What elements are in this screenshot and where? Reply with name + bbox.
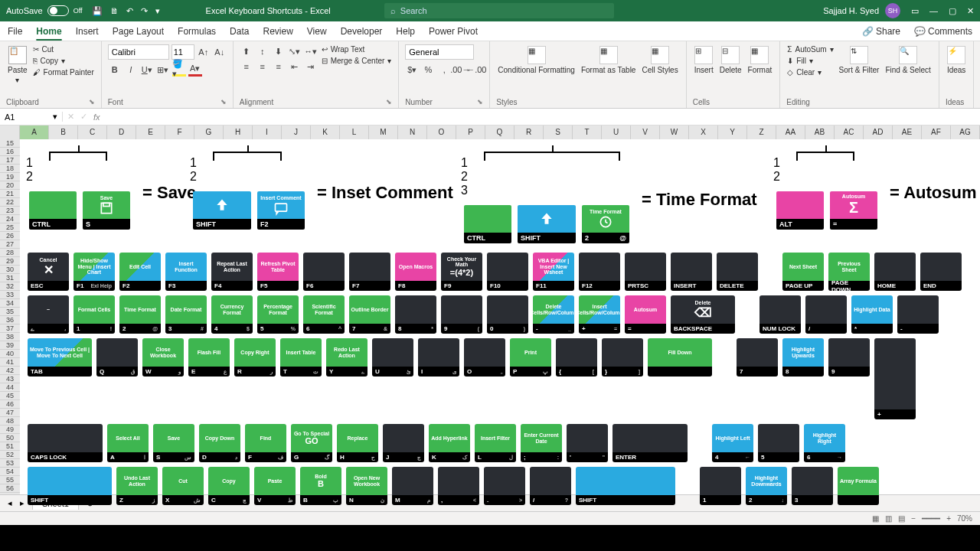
underline-button[interactable]: U▾: [140, 63, 154, 77]
worksheet[interactable]: 1 2 CTRL SaveS = Save 1 2 SHIFT Insert C…: [20, 139, 980, 494]
align-right-icon[interactable]: ≡: [272, 60, 286, 73]
key-s: SaveS: [83, 191, 130, 230]
tab-data[interactable]: Data: [230, 26, 249, 37]
decrease-font-icon[interactable]: A↓: [213, 45, 227, 59]
ribbon-mode-icon[interactable]: ▭: [911, 6, 919, 16]
inc-decimal-icon[interactable]: .00→: [453, 63, 467, 77]
qat-dropdown-icon[interactable]: ▾: [155, 6, 160, 16]
copy-button[interactable]: ⎘ Copy ▾: [32, 56, 95, 66]
delete-cells-button[interactable]: ⊟Delete: [718, 44, 743, 76]
sheet-nav-next-icon[interactable]: ▸: [20, 498, 24, 508]
minimize-icon[interactable]: —: [929, 6, 938, 16]
indent-inc-icon[interactable]: ⇥: [304, 60, 318, 73]
merge-center-button[interactable]: ⊟ Merge & Center ▾: [321, 56, 393, 66]
tab-help[interactable]: Help: [396, 26, 415, 37]
time-label: = Time Format: [642, 190, 757, 210]
fx-icon[interactable]: fx: [93, 112, 100, 122]
currency-icon[interactable]: $▾: [405, 63, 419, 77]
clipboard-dialog-icon[interactable]: ⬊: [89, 98, 95, 106]
bold-button[interactable]: B: [108, 63, 122, 77]
autosave-icon[interactable]: 🗎: [110, 6, 119, 16]
zoom-out-icon[interactable]: −: [911, 514, 916, 523]
tab-page-layout[interactable]: Page Layout: [113, 26, 164, 37]
align-bottom-icon[interactable]: ⬇: [272, 44, 286, 58]
keycap-f1: Hide/Show Menu | Insert ChartF1Exl Help: [74, 253, 115, 291]
redo-icon[interactable]: ↷: [141, 6, 148, 16]
find-select-button[interactable]: 🔍Find & Select: [884, 44, 932, 76]
keycap-f9: Check Your Math=(4*2)F9: [441, 253, 482, 291]
cut-button[interactable]: ✂ Cut: [32, 44, 95, 54]
keycap-m: Mم: [392, 467, 433, 505]
zoom-in-icon[interactable]: +: [946, 514, 951, 523]
ideas-button[interactable]: ⚡Ideas: [946, 44, 967, 76]
view-layout-icon[interactable]: ▥: [885, 514, 892, 523]
fill-button[interactable]: ⬇ Fill ▾: [786, 56, 834, 66]
font-name-input[interactable]: [108, 44, 169, 60]
view-normal-icon[interactable]: ▦: [872, 514, 879, 523]
view-break-icon[interactable]: ▤: [898, 514, 905, 523]
keycap-o: Oہ: [464, 338, 505, 377]
column-headers[interactable]: ABCDEFGHIJKLMNOPQRSTUVWXYZAAABACADAEAFAG: [0, 126, 980, 139]
name-box[interactable]: A1▾: [0, 112, 63, 122]
comma-icon[interactable]: ,: [437, 63, 451, 77]
tab-developer[interactable]: Developer: [341, 26, 383, 37]
keycap-': '": [567, 424, 608, 462]
row-headers[interactable]: 1516171819202122232425262728293031323334…: [0, 139, 20, 494]
increase-font-icon[interactable]: A↑: [197, 45, 211, 59]
percent-icon[interactable]: %: [421, 63, 435, 77]
autosave-toggle[interactable]: AutoSave Off: [6, 5, 83, 16]
orientation-icon[interactable]: ⤡▾: [288, 44, 302, 58]
indent-dec-icon[interactable]: ⇤: [288, 60, 302, 73]
sort-filter-button[interactable]: ⇅Sort & Filter: [838, 44, 881, 76]
tab-insert[interactable]: Insert: [76, 26, 99, 37]
key-f2: Insert CommentF2: [257, 191, 305, 230]
zoom-level[interactable]: 70%: [957, 514, 972, 523]
keycap-1: Format Cells1!: [74, 295, 115, 334]
conditional-formatting-button[interactable]: ▦Conditional Formatting: [496, 44, 577, 76]
keycap-f4: Repeat Last ActionF4: [211, 253, 253, 291]
comments-button[interactable]: 💬 Comments: [914, 26, 972, 37]
cell-styles-button[interactable]: ▦Cell Styles: [640, 44, 679, 76]
align-top-icon[interactable]: ⬆: [240, 44, 253, 58]
save-icon[interactable]: 💾: [92, 6, 103, 16]
user-account[interactable]: Sajjad H. Syed SH: [823, 3, 900, 18]
tab-view[interactable]: View: [307, 26, 327, 37]
fill-color-button[interactable]: 🪣▾: [172, 63, 186, 77]
align-left-icon[interactable]: ≡: [240, 60, 253, 73]
format-cells-button[interactable]: ▦Format: [746, 44, 774, 76]
align-middle-icon[interactable]: ↕: [256, 44, 270, 58]
sheet-nav-prev-icon[interactable]: ◂: [8, 498, 12, 508]
align-center-icon[interactable]: ≡: [256, 60, 270, 73]
paste-button[interactable]: 📋Paste▾: [6, 44, 29, 86]
keycap-n: Open New WorkbookNن: [346, 467, 387, 505]
tab-home[interactable]: Home: [36, 26, 61, 37]
tab-formulas[interactable]: Formulas: [178, 26, 216, 37]
maximize-icon[interactable]: ▢: [949, 6, 956, 16]
autosum-button[interactable]: Σ AutoSum ▾: [786, 44, 834, 54]
format-painter-button[interactable]: 🖌 Format Painter: [32, 67, 95, 77]
wrap-text-button[interactable]: ↩ Wrap Text: [321, 44, 393, 54]
number-format-select[interactable]: [405, 44, 474, 60]
insert-cells-button[interactable]: ⊞Insert: [693, 44, 715, 76]
alignment-dialog-icon[interactable]: ⬊: [386, 98, 392, 106]
key-alt: ALT: [776, 191, 824, 230]
numpad-/: /: [805, 295, 847, 334]
font-color-button[interactable]: A▾: [188, 63, 202, 77]
border-button[interactable]: ⊞▾: [156, 63, 170, 77]
close-icon[interactable]: ✕: [967, 6, 974, 16]
fx-cancel-icon[interactable]: ✕: [67, 112, 74, 122]
tab-power-pivot[interactable]: Power Pivot: [429, 26, 478, 37]
undo-icon[interactable]: ↶: [126, 6, 133, 16]
dec-decimal-icon[interactable]: ←.00: [469, 63, 483, 77]
clear-button[interactable]: ◇ Clear ▾: [786, 67, 834, 77]
number-dialog-icon[interactable]: ⬊: [477, 98, 483, 106]
format-as-table-button[interactable]: ▦Format as Table: [580, 44, 638, 76]
fx-enter-icon[interactable]: ✓: [80, 112, 87, 122]
tab-file[interactable]: File: [8, 26, 22, 37]
italic-button[interactable]: I: [124, 63, 138, 77]
font-size-input[interactable]: [172, 44, 194, 60]
share-button[interactable]: 🔗 Share: [862, 26, 900, 37]
search-box[interactable]: ⌕ Search: [384, 3, 614, 18]
font-dialog-icon[interactable]: ⬊: [220, 98, 227, 106]
tab-review[interactable]: Review: [263, 26, 292, 37]
